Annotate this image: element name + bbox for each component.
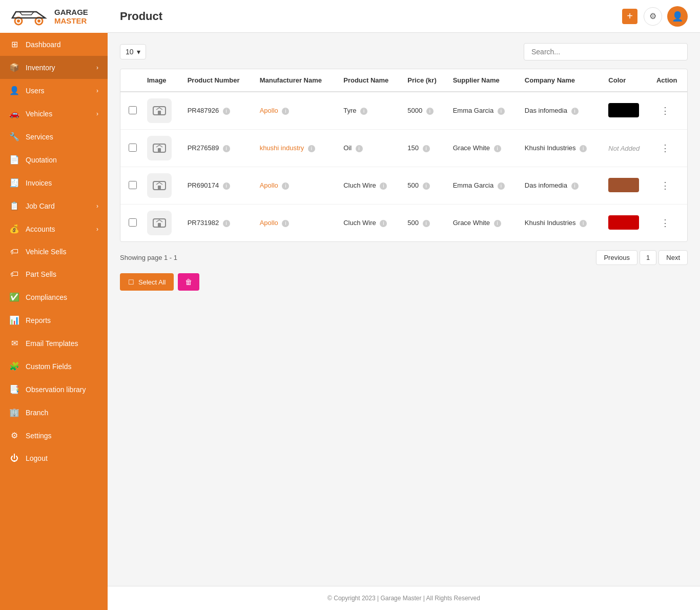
- row-checkbox-1[interactable]: [129, 106, 137, 114]
- company-info[interactable]: i: [580, 145, 587, 152]
- row-action-button[interactable]: ⋮: [656, 215, 674, 231]
- table-row: PR731982 iApollo iCluch Wire i500 iGrace…: [120, 205, 687, 242]
- row-action-button[interactable]: ⋮: [656, 178, 674, 193]
- sidebar: GARAGE MASTER ⊞Dashboard📦Inventory›👤User…: [0, 0, 108, 610]
- color-swatch: [608, 103, 639, 117]
- product-number: PR690174 i: [182, 167, 255, 205]
- company-info[interactable]: i: [580, 220, 587, 227]
- sidebar-item-vehicle-sells[interactable]: 🏷Vehicle Sells: [0, 240, 108, 263]
- sidebar-item-job-card[interactable]: 📋Job Card›: [0, 194, 108, 217]
- price-info[interactable]: i: [426, 108, 434, 115]
- color-not-added: Not Added: [608, 145, 640, 152]
- pagination-info: Showing page 1 - 1: [120, 254, 177, 261]
- manufacturer-info[interactable]: i: [282, 182, 289, 190]
- product-image: [147, 98, 172, 123]
- sidebar-item-part-sells[interactable]: 🏷Part Sells: [0, 263, 108, 286]
- settings-label: Settings: [26, 432, 52, 440]
- sidebar-item-email-templates[interactable]: ✉Email Templates: [0, 332, 108, 355]
- sidebar-item-custom-fields[interactable]: 🧩Custom Fields: [0, 355, 108, 378]
- color-cell: Not Added: [603, 130, 651, 167]
- part-sells-icon: 🏷: [9, 270, 19, 279]
- dashboard-icon: ⊞: [9, 39, 19, 49]
- sidebar-item-vehicles[interactable]: 🚗Vehicles›: [0, 102, 108, 125]
- product-name-info[interactable]: i: [380, 220, 387, 227]
- content-area: 10 ▾ ImageProduct NumberManufacturer Nam…: [108, 33, 700, 586]
- supplier-info[interactable]: i: [494, 220, 501, 227]
- user-avatar[interactable]: 👤: [667, 6, 688, 27]
- manufacturer-info[interactable]: i: [308, 145, 315, 152]
- row-action-button[interactable]: ⋮: [656, 140, 674, 156]
- col-color: Color: [603, 69, 651, 92]
- job-card-label: Job Card: [26, 202, 55, 210]
- sidebar-item-branch[interactable]: 🏢Branch: [0, 401, 108, 424]
- sidebar-item-reports[interactable]: 📊Reports: [0, 309, 108, 332]
- page-title: Product: [120, 10, 616, 23]
- product-number-info[interactable]: i: [223, 108, 230, 115]
- supplier-info[interactable]: i: [498, 108, 505, 115]
- sidebar-item-compliances[interactable]: ✅Compliances: [0, 286, 108, 309]
- product-name-info[interactable]: i: [360, 108, 367, 115]
- price-info[interactable]: i: [423, 182, 430, 190]
- manufacturer-link[interactable]: Apollo: [260, 181, 278, 189]
- price-info[interactable]: i: [423, 220, 430, 227]
- supplier-name: Grace White i: [448, 205, 520, 242]
- settings-icon[interactable]: ⚙: [644, 7, 662, 26]
- sidebar-item-services[interactable]: 🔧Services: [0, 125, 108, 148]
- row-checkbox-3[interactable]: [129, 181, 137, 189]
- accounts-chevron: ›: [96, 226, 98, 233]
- branch-icon: 🏢: [9, 408, 19, 417]
- delete-button[interactable]: 🗑: [178, 273, 199, 291]
- product-image: [147, 211, 172, 235]
- company-info[interactable]: i: [571, 182, 579, 190]
- sidebar-item-observation-library[interactable]: 📑Observation library: [0, 378, 108, 401]
- header-actions: ⚙ 👤: [644, 6, 688, 27]
- search-input[interactable]: [524, 43, 688, 60]
- previous-page-button[interactable]: Previous: [596, 250, 637, 265]
- product-number-info[interactable]: i: [223, 182, 230, 190]
- row-action-button[interactable]: ⋮: [656, 103, 674, 118]
- manufacturer-info[interactable]: i: [282, 108, 289, 115]
- row-checkbox-4[interactable]: [129, 218, 137, 227]
- page-number: 1: [640, 250, 656, 265]
- part-sells-label: Part Sells: [26, 270, 56, 278]
- manufacturer-link[interactable]: Apollo: [260, 219, 278, 227]
- sidebar-item-accounts[interactable]: 💰Accounts›: [0, 217, 108, 240]
- price-info[interactable]: i: [423, 145, 430, 152]
- color-cell: [603, 205, 651, 242]
- manufacturer-info[interactable]: i: [282, 220, 289, 227]
- sidebar-item-quotation[interactable]: 📄Quotation: [0, 148, 108, 171]
- manufacturer-link[interactable]: Apollo: [260, 107, 278, 114]
- sidebar-item-inventory[interactable]: 📦Inventory›: [0, 56, 108, 79]
- observation-library-icon: 📑: [9, 384, 19, 394]
- per-page-select[interactable]: 10 ▾: [120, 44, 146, 59]
- add-product-button[interactable]: +: [622, 9, 637, 24]
- next-page-button[interactable]: Next: [658, 250, 688, 265]
- svg-point-1: [17, 19, 20, 23]
- manufacturer-link[interactable]: khushi industry: [260, 144, 304, 152]
- select-all-button[interactable]: ☐ Select All: [120, 273, 174, 291]
- sidebar-item-settings[interactable]: ⚙Settings: [0, 424, 108, 447]
- table-header: ImageProduct NumberManufacturer NameProd…: [120, 69, 687, 92]
- product-name-info[interactable]: i: [356, 145, 363, 152]
- product-name-info[interactable]: i: [380, 182, 387, 190]
- supplier-info[interactable]: i: [494, 145, 501, 152]
- reports-label: Reports: [26, 316, 51, 324]
- company-info[interactable]: i: [571, 108, 579, 115]
- sidebar-item-invoices[interactable]: 🧾Invoices: [0, 171, 108, 194]
- sidebar-item-logout[interactable]: ⏻Logout: [0, 447, 108, 470]
- vehicle-sells-label: Vehicle Sells: [26, 248, 66, 256]
- sidebar-item-users[interactable]: 👤Users›: [0, 79, 108, 102]
- supplier-name: Emma Garcia i: [448, 167, 520, 205]
- supplier-info[interactable]: i: [498, 182, 505, 190]
- product-number: PR276589 i: [182, 130, 255, 167]
- svg-rect-9: [158, 186, 161, 190]
- logo-icon: [8, 7, 49, 26]
- col-manufacturer-name: Manufacturer Name: [255, 69, 339, 92]
- pagination: Showing page 1 - 1 Previous 1 Next: [120, 250, 688, 265]
- row-checkbox-2[interactable]: [129, 144, 137, 152]
- product-number-info[interactable]: i: [223, 145, 230, 152]
- vehicles-chevron: ›: [96, 110, 98, 117]
- sidebar-item-dashboard[interactable]: ⊞Dashboard: [0, 33, 108, 56]
- product-number-info[interactable]: i: [223, 220, 230, 227]
- users-label: Users: [26, 87, 45, 95]
